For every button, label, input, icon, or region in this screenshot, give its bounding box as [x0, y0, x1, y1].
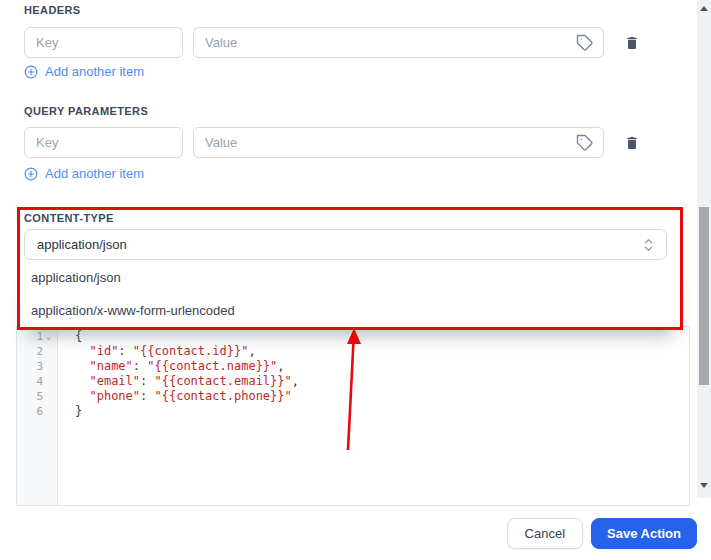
- option-label: application/json: [31, 270, 121, 285]
- tag-icon[interactable]: [575, 33, 594, 52]
- code-line: 4 "email": "{{contact.email}}",: [17, 374, 689, 389]
- trash-icon[interactable]: [623, 133, 641, 153]
- line-number: 2: [17, 344, 43, 359]
- plus-circle-icon: [24, 167, 38, 181]
- content-type-selected-value: application/json: [37, 237, 127, 252]
- add-item-label: Add another item: [45, 166, 144, 181]
- query-add-item-link[interactable]: Add another item: [24, 166, 144, 181]
- plus-circle-icon: [24, 65, 38, 79]
- query-key-input[interactable]: [24, 127, 183, 158]
- code-line: 6 }: [17, 404, 689, 419]
- body-code-editor[interactable]: 1⌄ { 2 "id": "{{contact.id}}", 3 "name":…: [16, 326, 690, 506]
- add-item-label: Add another item: [45, 64, 144, 79]
- trash-icon[interactable]: [623, 33, 641, 53]
- code-line: 3 "name": "{{contact.name}}",: [17, 359, 689, 374]
- footer-actions: Cancel Save Action: [507, 518, 697, 549]
- editor-lines: 1⌄ { 2 "id": "{{contact.id}}", 3 "name":…: [17, 327, 689, 419]
- line-number: 5: [17, 389, 43, 404]
- query-value-wrap: [193, 127, 604, 158]
- headers-section-label: HEADERS: [24, 4, 81, 16]
- line-number: 3: [17, 359, 43, 374]
- headers-key-input[interactable]: [24, 27, 183, 58]
- line-number: 4: [17, 374, 43, 389]
- content-type-select[interactable]: application/json: [24, 229, 667, 260]
- caret-down-icon[interactable]: ⌄: [43, 329, 54, 344]
- action-editor-panel: HEADERS Add another item QUERY PARAMETER…: [0, 0, 711, 560]
- tag-icon[interactable]: [575, 133, 594, 152]
- code-line: 2 "id": "{{contact.id}}",: [17, 344, 689, 359]
- dropdown-option-urlencoded[interactable]: application/x-www-form-urlencoded: [20, 294, 681, 327]
- headers-row: [24, 27, 641, 58]
- content-type-dropdown: application/json application/x-www-form-…: [20, 261, 681, 327]
- headers-value-input[interactable]: [193, 27, 604, 58]
- save-action-button[interactable]: Save Action: [591, 518, 697, 549]
- content-type-section-label: CONTENT-TYPE: [24, 212, 114, 224]
- line-number: 6: [17, 404, 43, 419]
- option-label: application/x-www-form-urlencoded: [31, 303, 235, 318]
- query-params-row: [24, 127, 641, 158]
- scrollbar-thumb[interactable]: [699, 207, 709, 385]
- triangle-down-icon[interactable]: [700, 483, 708, 488]
- cancel-button[interactable]: Cancel: [507, 518, 583, 549]
- headers-value-wrap: [193, 27, 604, 58]
- chevron-up-down-icon: [643, 237, 654, 253]
- code-line: 1⌄ {: [17, 329, 689, 344]
- triangle-up-icon[interactable]: [700, 6, 708, 11]
- headers-add-item-link[interactable]: Add another item: [24, 64, 144, 79]
- line-number: 1: [17, 329, 43, 344]
- code-line: 5 "phone": "{{contact.phone}}": [17, 389, 689, 404]
- query-value-input[interactable]: [193, 127, 604, 158]
- query-params-section-label: QUERY PARAMETERS: [24, 105, 148, 117]
- vertical-scrollbar[interactable]: [697, 0, 711, 498]
- dropdown-option-json[interactable]: application/json: [20, 261, 681, 294]
